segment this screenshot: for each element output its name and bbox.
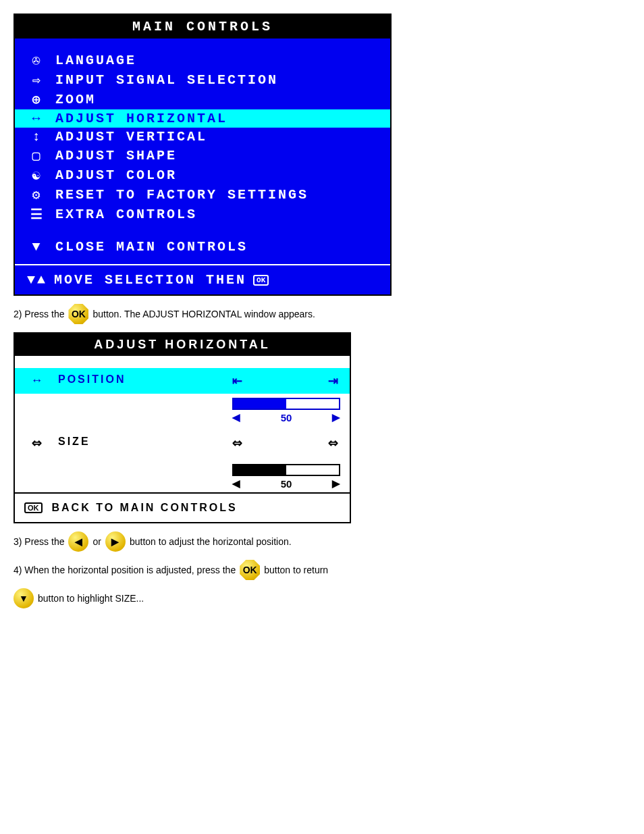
main-controls-body: ✇ LANGUAGE ⇨ INPUT SIGNAL SELECTION ⊕ ZO… <box>15 38 390 264</box>
step-text: button to highlight SIZE... <box>38 593 144 604</box>
position-icon: ↔ <box>24 373 51 388</box>
position-bar[interactable] <box>232 398 340 410</box>
menu-item-zoom[interactable]: ⊕ ZOOM <box>15 90 390 109</box>
size-icon: ⇔ <box>24 436 51 450</box>
main-controls-osd: MAIN CONTROLS ✇ LANGUAGE ⇨ INPUT SIGNAL … <box>14 14 392 296</box>
step-prefix: 2) Press the <box>14 309 64 319</box>
step-2-text: 2) Press the OK button. The ADJUST HORIZ… <box>14 304 644 324</box>
size-arrows: ◀ 50 ▶ <box>232 476 340 491</box>
ok-icon: OK <box>24 502 43 513</box>
size-bar-wrap: ◀ 50 ▶ <box>15 460 350 492</box>
menu-label: CLOSE MAIN CONTROLS <box>55 239 248 255</box>
input-icon: ⇨ <box>27 72 47 88</box>
language-icon: ✇ <box>27 52 47 69</box>
shrink-icon: ⇔ <box>232 436 244 450</box>
right-arrow-icon[interactable]: ▶ <box>332 477 340 490</box>
expand-icon: ⇔ <box>328 436 340 450</box>
step-suffix: button to adjust the horizontal position… <box>130 536 292 547</box>
ok-button-icon: OK <box>240 560 260 580</box>
menu-item-close[interactable]: ▼ CLOSE MAIN CONTROLS <box>15 238 390 264</box>
extra-icon: ☰ <box>27 206 47 223</box>
adjust-row-position[interactable]: ↔ POSITION ⇤ ⇥ <box>15 368 350 394</box>
left-arrow-icon[interactable]: ◀ <box>232 411 240 423</box>
adjust-panel-body: ↔ POSITION ⇤ ⇥ ◀ 50 ▶ ⇔ SIZE <box>15 356 350 522</box>
ok-icon: OK <box>253 275 269 286</box>
vert-icon: ↕ <box>27 129 47 145</box>
shift-left-icon: ⇤ <box>232 373 244 388</box>
step-suffix: button to return <box>264 565 328 575</box>
step-mid: or <box>92 536 101 547</box>
menu-item-reset-factory[interactable]: ⚙ RESET TO FACTORY SETTINGS <box>15 185 390 205</box>
menu-label: LANGUAGE <box>55 53 136 68</box>
horiz-icon: ↔ <box>27 111 47 126</box>
zoom-icon: ⊕ <box>27 91 47 108</box>
size-label: SIZE <box>58 436 225 448</box>
step-5-text: ▼ button to highlight SIZE... <box>14 588 644 608</box>
updown-icon: ▼▲ <box>27 272 47 288</box>
back-label: BACK TO MAIN CONTROLS <box>52 502 238 514</box>
adjust-panel-title: ADJUST HORIZONTAL <box>15 334 350 356</box>
menu-item-extra-controls[interactable]: ☰ EXTRA CONTROLS <box>15 205 390 224</box>
menu-label: ZOOM <box>55 92 96 107</box>
main-controls-title: MAIN CONTROLS <box>15 15 390 38</box>
position-value: 50 <box>281 412 292 423</box>
color-icon: ☯ <box>27 167 47 184</box>
menu-label: ADJUST HORIZONTAL <box>55 111 227 126</box>
menu-item-adjust-shape[interactable]: ▢ ADJUST SHAPE <box>15 146 390 165</box>
step-prefix: 4) When the horizontal position is adjus… <box>14 565 236 575</box>
left-arrow-icon[interactable]: ◀ <box>232 477 240 490</box>
size-value: 50 <box>281 478 292 490</box>
step-prefix: 3) Press the <box>14 536 64 547</box>
right-arrow-icon[interactable]: ▶ <box>332 411 340 423</box>
down-triangle-icon: ▼ <box>27 239 47 255</box>
adjust-row-size[interactable]: ⇔ SIZE ⇔ ⇔ <box>15 433 350 460</box>
menu-label: RESET TO FACTORY SETTINGS <box>55 187 308 203</box>
left-button-icon: ◀ <box>68 531 88 552</box>
menu-item-adjust-vertical[interactable]: ↕ ADJUST VERTICAL <box>15 128 390 146</box>
position-side-icons: ⇤ ⇥ <box>232 373 340 388</box>
step-3-text: 3) Press the ◀ or ▶ button to adjust the… <box>14 531 644 552</box>
position-label: POSITION <box>58 373 225 386</box>
right-button-icon: ▶ <box>105 531 126 552</box>
size-bar-fill <box>234 465 286 475</box>
menu-label: INPUT SIGNAL SELECTION <box>55 72 278 88</box>
size-side-icons: ⇔ ⇔ <box>232 436 340 450</box>
menu-item-language[interactable]: ✇ LANGUAGE <box>15 51 390 70</box>
position-bar-wrap: ◀ 50 ▶ <box>15 394 350 426</box>
adjust-panel-footer[interactable]: OK BACK TO MAIN CONTROLS <box>15 492 350 522</box>
position-arrows: ◀ 50 ▶ <box>232 410 340 425</box>
menu-label: ADJUST SHAPE <box>55 148 177 163</box>
down-button-icon: ▼ <box>14 588 34 608</box>
position-bar-fill <box>234 399 286 409</box>
menu-label: ADJUST COLOR <box>55 167 177 183</box>
menu-item-adjust-color[interactable]: ☯ ADJUST COLOR <box>15 165 390 185</box>
ok-button-icon: OK <box>68 304 88 324</box>
step-suffix: button. The ADJUST HORIZONTAL window app… <box>92 309 315 319</box>
shift-right-icon: ⇥ <box>328 373 340 388</box>
menu-item-adjust-horizontal[interactable]: ↔ ADJUST HORIZONTAL <box>15 109 390 128</box>
footer-text: MOVE SELECTION THEN <box>54 272 246 288</box>
main-controls-footer: ▼▲ MOVE SELECTION THEN OK <box>15 264 390 294</box>
factory-icon: ⚙ <box>27 186 47 203</box>
menu-label: ADJUST VERTICAL <box>55 129 207 145</box>
shape-icon: ▢ <box>27 147 47 164</box>
menu-item-input-signal[interactable]: ⇨ INPUT SIGNAL SELECTION <box>15 70 390 90</box>
menu-label: EXTRA CONTROLS <box>55 207 197 222</box>
step-4-text: 4) When the horizontal position is adjus… <box>14 560 644 580</box>
size-bar[interactable] <box>232 464 340 476</box>
adjust-horizontal-panel: ADJUST HORIZONTAL ↔ POSITION ⇤ ⇥ ◀ 50 ▶ <box>14 332 351 523</box>
